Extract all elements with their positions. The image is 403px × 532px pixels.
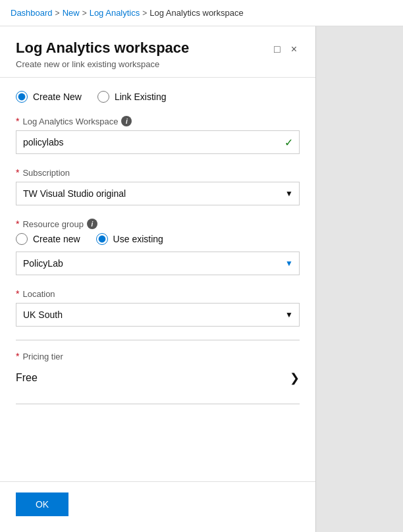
pricing-tier-row[interactable]: Free ❯ bbox=[16, 365, 300, 390]
panel-body: Create New Link Existing * Log Analytics… bbox=[0, 78, 315, 481]
ok-button[interactable]: OK bbox=[16, 492, 68, 516]
workspace-info-icon[interactable]: i bbox=[121, 116, 132, 126]
breadcrumb-sep-2: > bbox=[82, 9, 87, 18]
workspace-field: * Log Analytics Workspace i ✓ bbox=[16, 116, 300, 154]
pricing-tier-required-star: * bbox=[16, 351, 19, 361]
pricing-tier-field: * Pricing tier Free ❯ bbox=[16, 351, 300, 390]
panel-header: Log Analytics workspace Create new or li… bbox=[0, 26, 315, 78]
subscription-required-star: * bbox=[16, 167, 19, 178]
subscription-select[interactable]: TW Visual Studio original bbox=[16, 182, 300, 205]
panel-title-block: Log Analytics workspace Create new or li… bbox=[16, 40, 271, 69]
subscription-select-wrapper: TW Visual Studio original ▼ bbox=[16, 182, 300, 205]
maximize-button[interactable]: □ bbox=[271, 42, 283, 57]
pricing-tier-label-text: Pricing tier bbox=[22, 352, 63, 361]
panel-footer: OK bbox=[0, 481, 315, 532]
resource-group-create-new-radio[interactable] bbox=[16, 233, 28, 245]
right-panel bbox=[316, 26, 403, 532]
resource-group-select[interactable]: PolicyLab bbox=[16, 252, 300, 275]
pricing-tier-label: * Pricing tier bbox=[16, 351, 300, 361]
breadcrumb: Dashboard > New > Log Analytics > Log An… bbox=[0, 0, 403, 26]
close-button[interactable]: × bbox=[288, 42, 300, 57]
resource-group-create-new[interactable]: Create new bbox=[16, 233, 80, 245]
workspace-input-wrapper: ✓ bbox=[16, 130, 300, 154]
location-select[interactable]: UK South bbox=[16, 303, 300, 327]
resource-group-use-existing-label: Use existing bbox=[113, 234, 163, 244]
breadcrumb-workspace: Log Analytics workspace bbox=[149, 8, 243, 18]
subscription-label: * Subscription bbox=[16, 167, 300, 178]
mode-create-new-label: Create New bbox=[33, 92, 82, 102]
mode-create-new-radio[interactable] bbox=[16, 91, 28, 103]
resource-group-select-wrapper: PolicyLab ▼ bbox=[16, 252, 300, 275]
breadcrumb-sep-3: > bbox=[142, 9, 147, 18]
mode-link-existing-radio[interactable] bbox=[97, 91, 109, 103]
workspace-required-star: * bbox=[16, 116, 19, 126]
breadcrumb-sep-1: > bbox=[55, 9, 60, 18]
panel-subtitle: Create new or link existing workspace bbox=[16, 59, 271, 69]
location-select-wrapper: UK South ▼ bbox=[16, 303, 300, 327]
pricing-tier-chevron-icon[interactable]: ❯ bbox=[290, 371, 300, 385]
main-panel: Log Analytics workspace Create new or li… bbox=[0, 26, 316, 532]
resource-group-radio-group: Create new Use existing bbox=[16, 233, 300, 245]
subscription-field: * Subscription TW Visual Studio original… bbox=[16, 167, 300, 205]
workspace-label-text: Log Analytics Workspace bbox=[22, 117, 118, 126]
location-required-star: * bbox=[16, 288, 19, 299]
resource-group-create-new-label: Create new bbox=[33, 234, 80, 244]
breadcrumb-dashboard[interactable]: Dashboard bbox=[11, 8, 53, 18]
breadcrumb-log-analytics[interactable]: Log Analytics bbox=[90, 8, 140, 18]
resource-group-field: * Resource group i Create new Use existi… bbox=[16, 219, 300, 275]
resource-group-label: * Resource group i bbox=[16, 219, 300, 229]
mode-link-existing-label: Link Existing bbox=[115, 92, 167, 102]
divider-2 bbox=[16, 404, 300, 404]
mode-link-existing[interactable]: Link Existing bbox=[97, 91, 167, 103]
breadcrumb-new[interactable]: New bbox=[63, 8, 80, 18]
mode-create-new[interactable]: Create New bbox=[16, 91, 82, 103]
panel-title: Log Analytics workspace bbox=[16, 40, 271, 57]
workspace-input[interactable] bbox=[16, 130, 300, 154]
divider-1 bbox=[16, 340, 300, 340]
location-label-text: Location bbox=[22, 289, 55, 299]
panel-header-actions: □ × bbox=[271, 42, 300, 57]
location-field: * Location UK South ▼ bbox=[16, 288, 300, 327]
pricing-tier-value: Free bbox=[16, 372, 38, 384]
resource-group-info-icon[interactable]: i bbox=[87, 219, 97, 229]
resource-group-use-existing-radio[interactable] bbox=[96, 233, 108, 245]
resource-group-required-star: * bbox=[16, 219, 19, 229]
workspace-label: * Log Analytics Workspace i bbox=[16, 116, 300, 126]
workspace-checkmark-icon: ✓ bbox=[284, 136, 293, 149]
mode-radio-group: Create New Link Existing bbox=[16, 91, 300, 103]
subscription-label-text: Subscription bbox=[22, 168, 70, 178]
location-label: * Location bbox=[16, 288, 300, 299]
resource-group-use-existing[interactable]: Use existing bbox=[96, 233, 163, 245]
resource-group-label-text: Resource group bbox=[22, 219, 84, 229]
